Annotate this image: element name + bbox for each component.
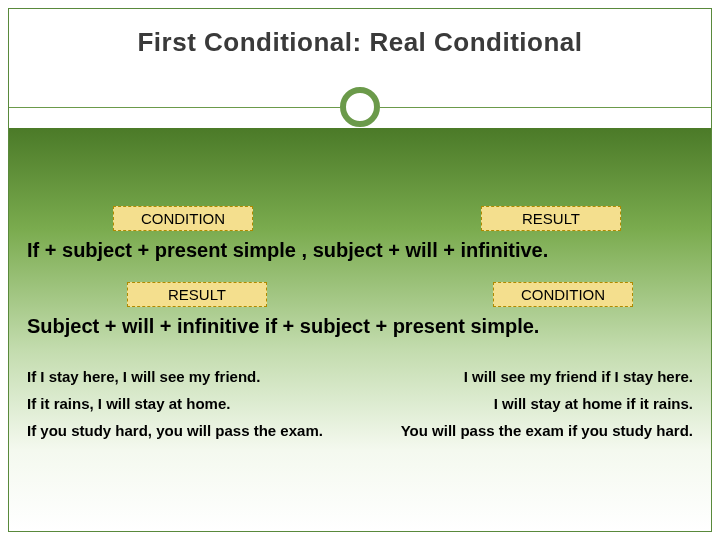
label-row-2: RESULT CONDITION — [9, 282, 711, 307]
divider-line-left — [9, 107, 340, 108]
label-result-1: RESULT — [481, 206, 621, 231]
label-row-1: CONDITION RESULT — [9, 206, 711, 231]
divider-line-right — [380, 107, 711, 108]
formula-1: If + subject + present simple , subject … — [9, 231, 711, 276]
label-condition-1: CONDITION — [113, 206, 253, 231]
example-right: You will pass the exam if you study hard… — [401, 422, 693, 439]
example-right: I will see my friend if I stay here. — [464, 368, 693, 385]
content-area: CONDITION RESULT If + subject + present … — [9, 128, 711, 531]
slide-container: First Conditional: Real Conditional COND… — [8, 8, 712, 532]
ring-icon — [340, 87, 380, 127]
example-left: If I stay here, I will see my friend. — [27, 368, 260, 385]
example-left: If it rains, I will stay at home. — [27, 395, 230, 412]
example-row: If you study hard, you will pass the exa… — [27, 422, 693, 439]
example-right: I will stay at home if it rains. — [494, 395, 693, 412]
example-row: If it rains, I will stay at home. I will… — [27, 395, 693, 412]
label-result-2: RESULT — [127, 282, 267, 307]
slide-title: First Conditional: Real Conditional — [9, 9, 711, 58]
example-row: If I stay here, I will see my friend. I … — [27, 368, 693, 385]
example-left: If you study hard, you will pass the exa… — [27, 422, 323, 439]
examples-block: If I stay here, I will see my friend. I … — [9, 352, 711, 439]
title-divider — [9, 86, 711, 128]
label-condition-2: CONDITION — [493, 282, 633, 307]
formula-2: Subject + will + infinitive if + subject… — [9, 307, 711, 352]
